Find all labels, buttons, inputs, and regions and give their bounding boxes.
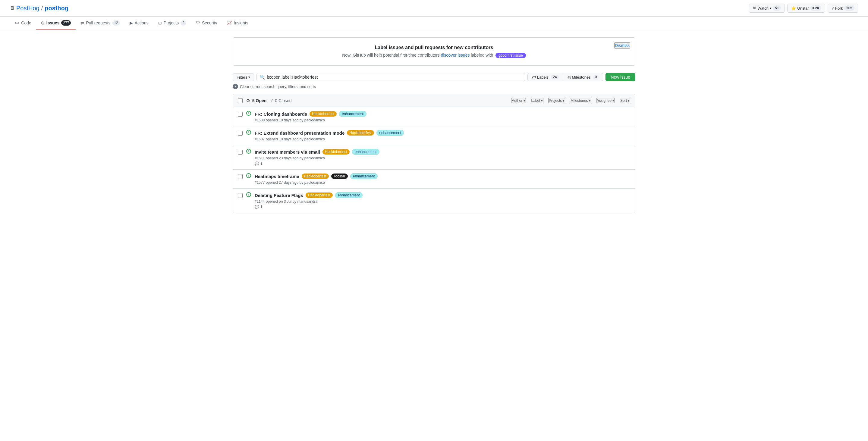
watch-button[interactable]: 👁 Watch ▾ 51 (749, 4, 785, 13)
assignee-sort-button[interactable]: Assignee ▾ (596, 98, 615, 103)
issue-title-link[interactable]: FR: Cloning dashboards (255, 112, 307, 117)
issue-title-row: Deleting Feature Flags Hacktoberfest enh… (255, 192, 630, 198)
repo-org-link[interactable]: PostHog (16, 5, 39, 12)
good-first-issue-badge: good first issue (495, 53, 526, 58)
issue-title-row: Invite team members via email Hacktoberf… (255, 149, 630, 155)
projects-chevron-icon: ▾ (563, 99, 564, 103)
repo-header: 🖥 PostHog / posthog 👁 Watch ▾ 51 ⭐ Unsta… (0, 0, 868, 17)
pr-icon: ⇄ (81, 21, 84, 25)
label-badge: enhancement (335, 192, 363, 198)
tab-actions[interactable]: ▶ Actions (125, 17, 153, 30)
open-issue-icon (246, 111, 251, 116)
label-sort-button[interactable]: Label ▾ (531, 98, 544, 103)
issues-table: ⊙ 5 Open ✓ 0 Closed Author ▾ Label ▾ (233, 94, 635, 213)
discover-issues-link[interactable]: discover issues (441, 53, 470, 58)
contributor-banner: Label issues and pull requests for new c… (233, 37, 635, 66)
issue-meta: #1577 opened 27 days ago by paolodamico (255, 181, 630, 185)
author-sort-button[interactable]: Author ▾ (511, 98, 526, 103)
repo-name-link[interactable]: posthog (44, 5, 68, 12)
label-badge: Hacktoberfest (306, 192, 333, 198)
clear-filters-row: ✕ Clear current search query, filters, a… (233, 84, 635, 89)
table-row: FR: Extend dashboard presentation mode H… (233, 126, 635, 145)
comment-icon: 💬 (255, 161, 259, 166)
search-icon: 🔍 (260, 75, 265, 80)
label-chevron-icon: ▾ (541, 99, 543, 103)
repo-icon: 🖥 (10, 5, 14, 11)
projects-sort-button[interactable]: Projects ▾ (548, 98, 565, 103)
issues-icon: ⊙ (41, 21, 44, 25)
filter-chevron-icon: ▾ (248, 75, 250, 79)
label-badge: Hacktoberfest (310, 111, 337, 117)
code-icon: <> (14, 21, 19, 25)
issue-title-link[interactable]: Heatmaps timeframe (255, 174, 299, 179)
sort-button[interactable]: Sort ▾ (620, 98, 630, 103)
closed-count[interactable]: ✓ 0 Closed (270, 98, 291, 103)
labels-milestones-group: 🏷 Labels 24 ◎ Milestones 0 (527, 73, 603, 81)
open-issue-icon (246, 149, 251, 154)
table-row: FR: Cloning dashboards Hacktoberfest enh… (233, 107, 635, 126)
milestones-button[interactable]: ◎ Milestones 0 (563, 73, 603, 81)
pr-count-badge: 12 (112, 20, 120, 26)
labels-button[interactable]: 🏷 Labels 24 (527, 73, 563, 81)
fork-button[interactable]: ⑂ Fork 205 (828, 4, 858, 13)
comment-icon: 💬 (255, 205, 259, 209)
tab-code[interactable]: <> Code (10, 17, 36, 30)
main-content: Label issues and pull requests for new c… (223, 30, 645, 220)
issue-checkbox-issue-1688[interactable] (238, 112, 243, 117)
open-issue-icon (246, 130, 251, 135)
search-input[interactable] (267, 75, 522, 80)
actions-icon: ▶ (130, 21, 133, 25)
tab-insights[interactable]: 📈 Insights (222, 17, 253, 30)
filters-button[interactable]: Filters ▾ (233, 73, 254, 81)
comment-count: 💬 1 (255, 205, 630, 209)
author-chevron-icon: ▾ (524, 99, 525, 103)
fork-count: 205 (844, 5, 855, 11)
label-badge: enhancement (376, 130, 404, 136)
label-badge: Hacktoberfest (347, 130, 374, 135)
label-badge: enhancement (350, 173, 378, 179)
repo-actions: 👁 Watch ▾ 51 ⭐ Unstar 3.2k ⑂ Fork 205 (749, 4, 858, 13)
issue-title-link[interactable]: FR: Extend dashboard presentation mode (255, 130, 344, 135)
clear-icon[interactable]: ✕ (233, 84, 238, 89)
table-row: Heatmaps timeframe Hacktoberfest Toolbar… (233, 169, 635, 189)
issue-body: FR: Extend dashboard presentation mode H… (255, 130, 630, 141)
sort-chevron-icon: ▾ (628, 99, 629, 103)
repo-nav: <> Code ⊙ Issues 277 ⇄ Pull requests 12 … (0, 17, 868, 30)
issue-title-row: Heatmaps timeframe Hacktoberfest Toolbar… (255, 173, 630, 179)
issue-meta: #1688 opened 10 days ago by paolodamico (255, 118, 630, 122)
label-badge: Toolbar (331, 174, 348, 179)
issue-body: Deleting Feature Flags Hacktoberfest enh… (255, 192, 630, 209)
tab-security[interactable]: 🛡 Security (191, 17, 222, 30)
issue-checkbox-issue-1611[interactable] (238, 150, 243, 155)
issue-checkbox-issue-1687[interactable] (238, 131, 243, 135)
banner-body: Now, GitHub will help potential first-ti… (240, 53, 628, 58)
open-count: ⊙ 5 Open (246, 98, 267, 103)
open-issue-icon (246, 173, 251, 178)
projects-count-badge: 2 (181, 20, 186, 26)
tab-projects[interactable]: ⊞ Projects 2 (153, 17, 191, 30)
tab-issues[interactable]: ⊙ Issues 277 (36, 17, 76, 30)
star-count: 3.2k (810, 5, 821, 11)
assignee-chevron-icon: ▾ (613, 99, 614, 103)
milestones-sort-button[interactable]: Milestones ▾ (570, 98, 591, 103)
milestones-chevron-icon: ▾ (589, 99, 591, 103)
issue-checkbox-issue-1144[interactable] (238, 193, 243, 198)
select-all-checkbox[interactable] (238, 98, 243, 103)
new-issue-button[interactable]: New issue (606, 73, 635, 81)
eye-icon: 👁 (752, 6, 756, 10)
dismiss-button[interactable]: Dismiss (614, 42, 630, 49)
issue-title-row: FR: Cloning dashboards Hacktoberfest enh… (255, 111, 630, 117)
repo-title: 🖥 PostHog / posthog (10, 5, 68, 12)
open-issue-icon (246, 192, 251, 197)
label-badge: Hacktoberfest (322, 149, 350, 155)
issue-title-row: FR: Extend dashboard presentation mode H… (255, 130, 630, 136)
issue-title-link[interactable]: Deleting Feature Flags (255, 193, 303, 198)
issue-checkbox-issue-1577[interactable] (238, 174, 243, 179)
watch-dropdown-icon: ▾ (770, 6, 772, 10)
label-badge: enhancement (339, 111, 367, 117)
tab-pull-requests[interactable]: ⇄ Pull requests 12 (76, 17, 124, 30)
open-icon: ⊙ (246, 98, 250, 103)
label-badge: Hacktoberfest (302, 174, 329, 179)
issue-title-link[interactable]: Invite team members via email (255, 149, 320, 155)
unstar-button[interactable]: ⭐ Unstar 3.2k (787, 4, 825, 13)
